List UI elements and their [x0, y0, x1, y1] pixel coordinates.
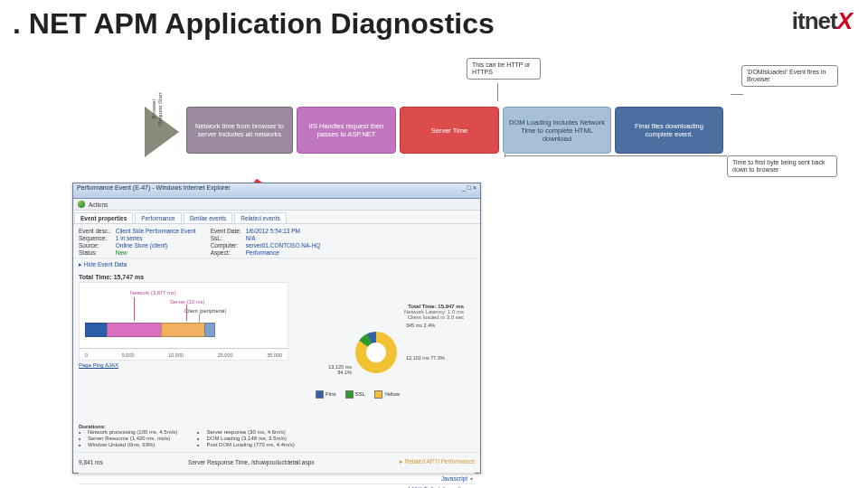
connector-line [505, 154, 505, 157]
brand-logo: itnetX [792, 7, 852, 35]
donut-note-bottomright: 12,102 ms 77.3% [406, 355, 456, 361]
bar-chart-title: Total Time: 15,747 ms [79, 274, 475, 280]
actions-bar[interactable]: Actions [73, 199, 480, 211]
value: N/A [246, 235, 321, 241]
label: Sequence: [79, 235, 111, 241]
page-title: . NET APM Application Diagnostics [13, 7, 495, 41]
tab-event-properties[interactable]: Event properties [74, 212, 133, 223]
chart-callout-client: Client (peripheral) [184, 308, 226, 314]
flow-box-server: Server Time [400, 107, 499, 154]
tick: 10,000 [168, 352, 184, 358]
logo-accent: X [837, 7, 852, 34]
legend-item: First [316, 390, 336, 399]
value-link[interactable]: Online Store (client) [116, 242, 196, 249]
donut-icon [355, 332, 397, 373]
x-ticks: 0 5,000 10,000 25,000 35,000 [85, 352, 282, 358]
durations-block: Durations: Network processing (100 ms, 4… [79, 424, 475, 448]
durations-list-right: Server response (30 ms, 4.6m/s) DOM Load… [197, 429, 294, 447]
legend-item: Yellow [374, 390, 400, 399]
callout-domloaded: 'DOMisloaded' Event fires in Browser [741, 65, 838, 87]
swatch-icon [374, 390, 382, 399]
label: SsL: [211, 235, 241, 241]
chart-callout-network: Network (3,877 ms) [130, 290, 176, 296]
panel-ajax-calls[interactable]: AJAX Calls Information [79, 483, 475, 488]
flow-box-dom: DOM Loading Includes Network Time to com… [503, 107, 611, 154]
collapsible-panels: Javascript AJAX Calls Information Conten… [79, 473, 475, 488]
tab-strip: Event properties Performance Similar eve… [73, 211, 480, 224]
callout-ttfb: Time to first byte being sent back down … [727, 155, 837, 177]
logo-text: itnet [792, 7, 837, 34]
response-count: 9,841 ms [79, 459, 103, 465]
swatch-icon [316, 390, 324, 399]
response-text: Server Response Time, /showproductdetail… [188, 459, 314, 465]
x-axis [80, 348, 288, 349]
label: Event Date: [211, 228, 241, 234]
actions-label[interactable]: Actions [89, 202, 108, 208]
toggle-event-data[interactable]: ▸ Hide Event Data [79, 261, 475, 268]
callout-http: This can be HTTP or HTTPS [467, 58, 541, 80]
window-controls[interactable]: _ □ × [462, 184, 476, 197]
donut-legend: First SSL Yellow [316, 390, 400, 399]
leader-line [134, 297, 135, 321]
window-titlebar: Performance Event (E-47) - Windows Inter… [73, 183, 480, 199]
list-item: Post DOM Loading (770 ms, 4.4m/s) [206, 442, 294, 447]
tick: 35,000 [267, 352, 282, 358]
response-time-row: 9,841 ms Server Response Time, /showprod… [79, 456, 475, 467]
value: Client Side Performance Event [116, 228, 196, 234]
label: Computer: [211, 242, 241, 249]
tick: 0 [85, 352, 88, 358]
bar-segment [204, 323, 215, 337]
list-item: Server Resource (1,420 ms, ms/s) [88, 436, 177, 441]
tick: 25,000 [218, 352, 233, 358]
event-details: Event desc.: Client Side Performance Eve… [73, 224, 480, 258]
value-link[interactable]: server01.CONTOSO.NA-HQ [246, 242, 321, 249]
tab-similar-events[interactable]: Similar events [184, 212, 233, 223]
bar-segment [107, 323, 163, 337]
swatch-icon [345, 390, 354, 399]
window-title-text: Performance Event (E-47) - Windows Inter… [77, 184, 231, 197]
list-item: Window Unload (0ms, 93%) [88, 442, 177, 447]
event-body: Total Time: 15,747 ms Network (3,877 ms)… [73, 271, 480, 488]
flow-box-iis: IIS Handles request then passes to ASP.N… [297, 107, 396, 154]
legend-item: SSL [345, 390, 365, 399]
label: Event desc.: [79, 228, 111, 234]
connector-line [731, 94, 743, 95]
donut-note-topright: 345 ms 2.4% [406, 323, 456, 328]
tab-related-events[interactable]: Related events [234, 212, 286, 223]
donut-chart: 13,120 ms 84.1% 345 ms 2.4% 12,102 ms 77… [316, 312, 460, 393]
label: Source: [79, 242, 111, 249]
value-status: New [116, 249, 196, 256]
value: Performance [246, 249, 321, 256]
connector-line [497, 83, 498, 101]
leader-line [186, 305, 187, 321]
value: 1 in series [116, 235, 196, 241]
durations-list-left: Network processing (100 ms, 4.5m/s) Serv… [79, 429, 177, 447]
related-perf-link[interactable]: ▸ Related APTI Performance [400, 458, 475, 465]
label: Status: [79, 249, 111, 256]
status-dot-icon [78, 201, 85, 208]
chart-callout-server: Server (10 ms) [170, 299, 204, 305]
flow-box-network: Network time from browser to server Incl… [186, 107, 293, 154]
timing-bar-chart: Network (3,877 ms) Server (10 ms) Client… [79, 282, 288, 361]
leader-line [199, 314, 200, 323]
performance-event-window: Performance Event (E-47) - Windows Inter… [72, 183, 481, 474]
bar-segment [85, 323, 108, 337]
panel-javascript[interactable]: Javascript [79, 473, 475, 483]
start-label: Browser Request Start [151, 91, 163, 127]
donut-note-left: 13,120 ms 84.1% [316, 364, 352, 375]
value: 1/6/2012 5:54:13 PM [246, 228, 321, 234]
flow-box-final: Final files downloading complete event. [615, 107, 723, 154]
bar-segment [161, 323, 206, 337]
label: Aspect: [211, 249, 241, 256]
list-item: Server response (30 ms, 4.6m/s) [206, 429, 294, 435]
connector-line [505, 155, 727, 156]
tick: 5,000 [122, 352, 135, 358]
list-item: DOM Loading (3,148 ms, 3.5m/s) [206, 436, 294, 441]
tab-performance[interactable]: Performance [135, 212, 181, 223]
list-item: Network processing (100 ms, 4.5m/s) [88, 429, 177, 435]
